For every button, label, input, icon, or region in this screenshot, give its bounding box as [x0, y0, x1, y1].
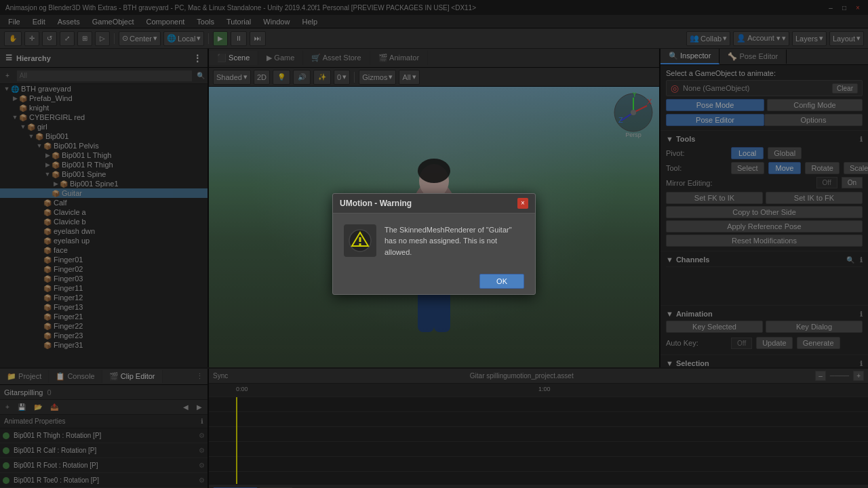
dialog-overlay[interactable]: UMotion - Warning × The SkinnedMeshRende… [0, 0, 868, 488]
dialog-body: The SkinnedMeshRenderer of "Guitar" has … [333, 214, 535, 269]
dialog-message: The SkinnedMeshRenderer of "Guitar" has … [384, 224, 524, 258]
svg-rect-21 [359, 237, 361, 242]
svg-rect-22 [359, 243, 361, 245]
dialog-title-bar: UMotion - Warning × [333, 194, 535, 214]
dialog-ok-button[interactable]: OK [479, 274, 524, 289]
dialog-title: UMotion - Warning [340, 199, 412, 208]
dialog-icon [344, 224, 376, 257]
dialog-close-btn[interactable]: × [517, 198, 528, 209]
warning-dialog: UMotion - Warning × The SkinnedMeshRende… [332, 193, 536, 296]
umotion-icon-svg [348, 228, 372, 253]
dialog-footer: OK [333, 268, 535, 294]
